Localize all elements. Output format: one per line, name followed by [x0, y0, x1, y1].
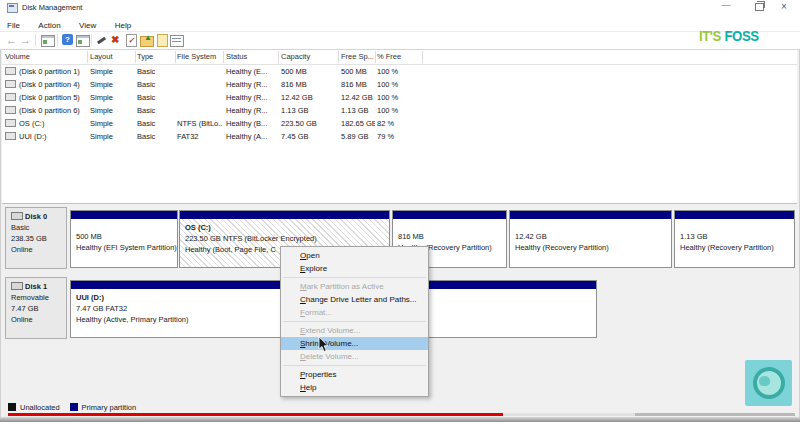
console-tree-icon[interactable]: [41, 35, 55, 47]
menu-item-extend-volume: Extend Volume...: [281, 324, 428, 337]
volume-icon: [5, 93, 16, 101]
table-row[interactable]: (Disk 0 partition 1) Simple Basic Health…: [2, 65, 797, 78]
volume-icon: [5, 80, 16, 88]
watermark-core: [759, 376, 770, 386]
toolbar: ← → ? ✖ ✓ ▲: [0, 32, 800, 50]
column-volume[interactable]: Volume: [2, 51, 88, 63]
column-status[interactable]: Status: [223, 51, 279, 63]
context-menu: Open Explore Mark Partition as Active Ch…: [280, 246, 429, 397]
partition-recovery-1gb[interactable]: 1.13 GB Healthy (Recovery Partition): [674, 210, 795, 268]
video-progress-buffered[interactable]: [503, 413, 635, 416]
partition-color-strip: [71, 211, 177, 219]
table-row[interactable]: (Disk 0 partition 5) Simple Basic Health…: [2, 91, 797, 104]
unallocated-swatch: [8, 403, 16, 411]
menu-item-help[interactable]: Help: [281, 381, 428, 394]
menu-separator: [283, 365, 426, 366]
column-capacity[interactable]: Capacity: [278, 51, 339, 63]
disk-icon: [11, 282, 23, 290]
column-layout[interactable]: Layout: [87, 51, 136, 63]
disk-icon: [11, 212, 23, 220]
toolbar-separator: [35, 34, 36, 46]
back-icon[interactable]: ←: [6, 34, 17, 46]
volume-icon: [5, 119, 16, 127]
toolbar-separator: [57, 34, 58, 46]
menu-item-format: Format...: [281, 306, 428, 319]
menu-item-delete-volume: Delete Volume...: [281, 350, 428, 363]
table-row[interactable]: (Disk 0 partition 6) Simple Basic Health…: [2, 104, 797, 117]
legend-primary-partition: Primary partition: [82, 403, 137, 412]
menu-item-properties[interactable]: Properties: [281, 368, 428, 381]
volume-list-panel: Volume Layout Type File System Status Ca…: [2, 50, 797, 204]
partition-color-strip: [675, 211, 794, 219]
legend-unallocated: Unallocated: [20, 403, 60, 412]
menu-separator: [283, 277, 426, 278]
details-view-icon[interactable]: [170, 35, 184, 47]
partition-color-strip: [510, 211, 671, 219]
action-pane-icon[interactable]: [76, 35, 90, 47]
partition-legend: UnallocatedPrimary partition: [8, 403, 146, 413]
video-progress-played[interactable]: [8, 413, 503, 416]
menu-separator: [283, 321, 426, 322]
menu-item-mark-active: Mark Partition as Active: [281, 280, 428, 293]
forward-icon[interactable]: →: [20, 34, 31, 46]
tool-icon[interactable]: [96, 35, 106, 45]
volume-icon: [5, 106, 16, 114]
menu-bar: File Action View Help: [0, 14, 800, 32]
video-controls-strip: [0, 417, 800, 422]
menu-item-open[interactable]: Open: [281, 249, 428, 262]
mouse-cursor: [318, 337, 330, 353]
volume-icon: [5, 132, 16, 140]
partition-color-strip: [393, 211, 506, 219]
table-row[interactable]: (Disk 0 partition 4) Simple Basic Health…: [2, 78, 797, 91]
menu-item-change-drive-letter[interactable]: Change Drive Letter and Paths...: [281, 293, 428, 306]
table-row[interactable]: OS (C:) Simple Basic NTFS (BitLo... Heal…: [2, 117, 797, 130]
close-button[interactable]: ×: [776, 1, 792, 12]
app-icon: [7, 3, 18, 13]
title-bar: Disk Management — ×: [0, 0, 800, 14]
column-file-system[interactable]: File System: [174, 51, 224, 63]
primary-partition-swatch: [70, 403, 78, 411]
properties-check-icon[interactable]: ✓: [126, 34, 137, 47]
minimize-button[interactable]: —: [718, 1, 734, 12]
volume-table-header: Volume Layout Type File System Status Ca…: [2, 50, 797, 65]
delete-volume-icon[interactable]: ✖: [111, 34, 119, 46]
disk1-label-panel[interactable]: Disk 1 Removable 7.47 GB Online: [5, 277, 67, 339]
help-icon[interactable]: ?: [62, 34, 73, 45]
column-type[interactable]: Type: [134, 51, 176, 63]
column-pct-free[interactable]: % Free: [374, 51, 423, 63]
its-foss-logo: IT'SFOSS: [699, 27, 759, 44]
column-free-space[interactable]: Free Sp...: [338, 51, 376, 63]
volume-icon: [5, 67, 16, 75]
note-icon[interactable]: [157, 34, 168, 47]
partition-recovery-12gb[interactable]: 12.42 GB Healthy (Recovery Partition): [509, 210, 672, 268]
window-title: Disk Management: [22, 3, 82, 12]
video-progress-remaining[interactable]: [635, 413, 795, 416]
partition-efi[interactable]: 500 MB Healthy (EFI System Partition): [70, 210, 178, 268]
toolbar-separator: [91, 34, 92, 46]
partition-color-strip: [180, 211, 389, 219]
menu-item-shrink-volume[interactable]: Shrink Volume...: [281, 337, 428, 350]
restore-button[interactable]: [755, 3, 764, 11]
disk0-label-panel[interactable]: Disk 0 Basic 238.35 GB Online: [5, 207, 67, 269]
folder-up-icon[interactable]: ▲: [140, 36, 154, 47]
channel-watermark-logo: [745, 360, 792, 406]
menu-item-explore[interactable]: Explore: [281, 262, 428, 275]
table-row[interactable]: UUI (D:) Simple Basic FAT32 Healthy (A..…: [2, 130, 797, 143]
disk-management-window: Disk Management — × File Action View Hel…: [0, 0, 800, 422]
